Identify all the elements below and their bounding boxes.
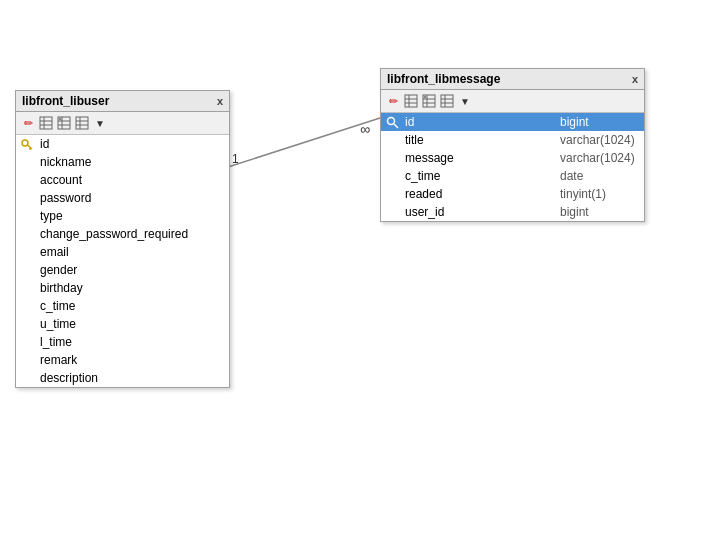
svg-line-33 bbox=[394, 124, 398, 128]
field-name: description bbox=[40, 371, 225, 385]
table-row[interactable]: password bbox=[16, 189, 229, 207]
svg-text:1: 1 bbox=[232, 152, 239, 166]
svg-rect-28 bbox=[441, 95, 453, 107]
table-row[interactable]: birthday bbox=[16, 279, 229, 297]
svg-rect-3 bbox=[40, 117, 52, 129]
table-libuser-body: id nickname account password type change… bbox=[16, 135, 229, 387]
toolbar-table2-icon[interactable] bbox=[56, 115, 72, 131]
spacer-icon bbox=[385, 205, 399, 219]
spacer-icon bbox=[20, 227, 34, 241]
key-icon bbox=[20, 137, 34, 151]
table-libmessage: libfront_libmessage x ✏ bbox=[380, 68, 645, 222]
spacer-icon bbox=[20, 191, 34, 205]
table-row[interactable]: message varchar(1024) bbox=[381, 149, 644, 167]
table-row[interactable]: change_password_required bbox=[16, 225, 229, 243]
field-name: remark bbox=[40, 353, 225, 367]
spacer-icon bbox=[20, 317, 34, 331]
spacer-icon bbox=[20, 371, 34, 385]
svg-rect-19 bbox=[405, 95, 417, 107]
spacer-icon bbox=[20, 209, 34, 223]
table-row[interactable]: id bigint bbox=[381, 113, 644, 131]
field-type: tinyint(1) bbox=[560, 187, 640, 201]
field-name: l_time bbox=[40, 335, 225, 349]
svg-point-27 bbox=[424, 96, 427, 99]
spacer-icon bbox=[385, 133, 399, 147]
field-name: c_time bbox=[405, 169, 554, 183]
toolbar-table3-icon[interactable] bbox=[74, 115, 90, 131]
toolbar-table1-icon[interactable] bbox=[403, 93, 419, 109]
field-name: title bbox=[405, 133, 554, 147]
table-row[interactable]: readed tinyint(1) bbox=[381, 185, 644, 203]
table-row[interactable]: c_time date bbox=[381, 167, 644, 185]
table-row[interactable]: remark bbox=[16, 351, 229, 369]
toolbar-dropdown-icon[interactable]: ▼ bbox=[457, 93, 473, 109]
table-row[interactable]: nickname bbox=[16, 153, 229, 171]
toolbar-table1-icon[interactable] bbox=[38, 115, 54, 131]
field-type: varchar(1024) bbox=[560, 133, 640, 147]
toolbar-table2-icon[interactable] bbox=[421, 93, 437, 109]
spacer-icon bbox=[385, 151, 399, 165]
field-name: nickname bbox=[40, 155, 225, 169]
spacer-icon bbox=[20, 263, 34, 277]
field-name: message bbox=[405, 151, 554, 165]
field-name: u_time bbox=[40, 317, 225, 331]
table-libmessage-header: libfront_libmessage x bbox=[381, 69, 644, 90]
table-libmessage-toolbar: ✏ bbox=[381, 90, 644, 113]
spacer-icon bbox=[385, 169, 399, 183]
field-name: gender bbox=[40, 263, 225, 277]
spacer-icon bbox=[20, 155, 34, 169]
spacer-icon bbox=[20, 299, 34, 313]
field-name: change_password_required bbox=[40, 227, 225, 241]
table-row[interactable]: title varchar(1024) bbox=[381, 131, 644, 149]
field-type: date bbox=[560, 169, 640, 183]
field-name: c_time bbox=[40, 299, 225, 313]
table-libuser-close[interactable]: x bbox=[217, 95, 223, 107]
table-row[interactable]: id bbox=[16, 135, 229, 153]
field-name: password bbox=[40, 191, 225, 205]
spacer-icon bbox=[20, 281, 34, 295]
field-name: email bbox=[40, 245, 225, 259]
table-row[interactable]: description bbox=[16, 369, 229, 387]
table-row[interactable]: u_time bbox=[16, 315, 229, 333]
spacer-icon bbox=[20, 335, 34, 349]
spacer-icon bbox=[20, 353, 34, 367]
svg-point-16 bbox=[22, 140, 28, 146]
table-row[interactable]: type bbox=[16, 207, 229, 225]
table-libmessage-body: id bigint title varchar(1024) message va… bbox=[381, 113, 644, 221]
table-libmessage-close[interactable]: x bbox=[632, 73, 638, 85]
field-type: varchar(1024) bbox=[560, 151, 640, 165]
table-row[interactable]: c_time bbox=[16, 297, 229, 315]
table-row[interactable]: user_id bigint bbox=[381, 203, 644, 221]
field-name: id bbox=[40, 137, 225, 151]
table-libuser: libfront_libuser x ✏ bbox=[15, 90, 230, 388]
field-type: bigint bbox=[560, 115, 640, 129]
magnifier-icon bbox=[385, 115, 399, 129]
toolbar-edit-icon[interactable]: ✏ bbox=[385, 93, 401, 109]
table-libuser-title: libfront_libuser bbox=[22, 94, 109, 108]
table-libuser-header: libfront_libuser x bbox=[16, 91, 229, 112]
toolbar-edit-icon[interactable]: ✏ bbox=[20, 115, 36, 131]
table-libmessage-title: libfront_libmessage bbox=[387, 72, 500, 86]
spacer-icon bbox=[385, 187, 399, 201]
table-row[interactable]: l_time bbox=[16, 333, 229, 351]
field-name: user_id bbox=[405, 205, 554, 219]
svg-point-11 bbox=[59, 118, 62, 121]
table-row[interactable]: gender bbox=[16, 261, 229, 279]
field-name: type bbox=[40, 209, 225, 223]
field-name: id bbox=[405, 115, 554, 129]
svg-point-32 bbox=[387, 117, 394, 124]
field-name: birthday bbox=[40, 281, 225, 295]
toolbar-dropdown-icon[interactable]: ▼ bbox=[92, 115, 108, 131]
table-row[interactable]: email bbox=[16, 243, 229, 261]
canvas: 1 ∞ libfront_libuser x ✏ bbox=[0, 0, 719, 545]
toolbar-table3-icon[interactable] bbox=[439, 93, 455, 109]
spacer-icon bbox=[20, 245, 34, 259]
field-name: readed bbox=[405, 187, 554, 201]
svg-text:∞: ∞ bbox=[360, 121, 370, 137]
table-row[interactable]: account bbox=[16, 171, 229, 189]
table-libuser-toolbar: ✏ bbox=[16, 112, 229, 135]
svg-rect-12 bbox=[76, 117, 88, 129]
field-type: bigint bbox=[560, 205, 640, 219]
spacer-icon bbox=[20, 173, 34, 187]
field-name: account bbox=[40, 173, 225, 187]
